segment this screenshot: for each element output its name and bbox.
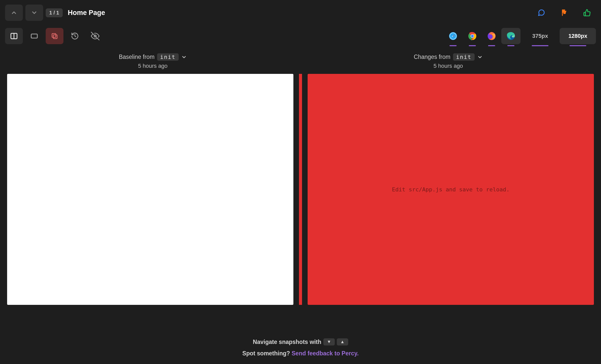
view-single-button[interactable] [25, 28, 43, 44]
single-pane-icon [30, 32, 38, 40]
eye-off-icon [91, 32, 99, 40]
baseline-timestamp: 5 hours ago [138, 63, 168, 69]
changes-timestamp: 5 hours ago [433, 63, 463, 69]
history-button[interactable] [66, 28, 84, 44]
page-title: Home Page [68, 9, 105, 17]
browser-chrome-indicator [469, 45, 476, 46]
changes-pane-text: Edit src/App.js and save to reload. [392, 186, 510, 193]
baseline-ref-chip[interactable]: init [157, 53, 179, 61]
chevron-up-icon [11, 9, 17, 16]
snapshot-counter: 1 / 1 [46, 8, 63, 17]
baseline-pane[interactable] [7, 74, 293, 305]
approve-button[interactable] [583, 9, 591, 16]
nav-hint-row: Navigate snapshots with ▼ ▲ [253, 338, 348, 345]
viewport-1280-indicator [570, 45, 586, 46]
edge-icon [507, 32, 515, 40]
feedback-row: Spot something? Send feedback to Percy. [242, 350, 359, 357]
changes-info: Changes from init 5 hours ago [300, 53, 596, 69]
chevron-down-icon [31, 9, 38, 16]
svg-rect-3 [31, 34, 37, 38]
browser-chrome-button[interactable] [463, 28, 482, 44]
browser-edge-button[interactable] [501, 28, 521, 44]
chevron-down-icon [181, 54, 187, 60]
flag-icon [560, 9, 568, 16]
view-diff-button[interactable] [46, 28, 63, 44]
browser-firefox-indicator [488, 45, 495, 46]
diff-divider [299, 74, 302, 305]
safari-icon [449, 32, 457, 40]
chevron-down-icon [477, 54, 483, 60]
comment-icon [538, 9, 545, 17]
feedback-link[interactable]: Send feedback to Percy. [292, 350, 359, 357]
nav-hint-text: Navigate snapshots with [253, 339, 321, 345]
browser-edge-indicator [507, 45, 514, 46]
viewport-375-label: 375px [532, 33, 548, 39]
viewport-1280-button[interactable]: 1280px [560, 28, 596, 44]
columns-icon [10, 32, 18, 40]
thumbs-up-icon [583, 9, 591, 17]
baseline-info: Baseline from init 5 hours ago [5, 53, 300, 69]
diff-overlay-icon [51, 32, 58, 40]
changes-pane[interactable]: Edit src/App.js and save to reload. [308, 74, 594, 305]
prev-snapshot-button[interactable] [5, 5, 23, 21]
viewport-375-indicator [532, 45, 548, 46]
nav-key-up: ▲ [337, 338, 348, 345]
browser-firefox-button[interactable] [482, 28, 501, 44]
firefox-icon [487, 32, 496, 40]
history-icon [71, 32, 79, 40]
changes-dropdown-button[interactable] [477, 54, 483, 60]
svg-rect-4 [52, 34, 56, 37]
comment-button[interactable] [538, 9, 545, 16]
nav-key-down: ▼ [323, 338, 335, 345]
baseline-dropdown-button[interactable] [181, 54, 187, 60]
changes-ref-chip[interactable]: init [453, 53, 475, 61]
svg-point-14 [471, 35, 474, 37]
changes-text-code: src/App.js [409, 186, 442, 193]
browser-safari-indicator [449, 45, 457, 46]
toggle-overlay-button[interactable] [86, 28, 104, 44]
viewport-1280-label: 1280px [568, 33, 587, 39]
view-side-by-side-button[interactable] [5, 28, 23, 44]
next-snapshot-button[interactable] [25, 5, 43, 21]
viewport-375-button[interactable]: 375px [524, 28, 557, 44]
changes-text-prefix: Edit [392, 186, 409, 193]
baseline-label: Baseline from [119, 54, 155, 60]
browser-safari-button[interactable] [443, 28, 463, 44]
chrome-icon [468, 32, 477, 40]
changes-label: Changes from [414, 54, 450, 60]
request-changes-button[interactable] [560, 9, 568, 16]
svg-rect-0 [562, 10, 563, 16]
svg-rect-5 [53, 35, 57, 39]
feedback-prefix: Spot something? [242, 350, 292, 357]
changes-text-suffix: and save to reload. [442, 186, 510, 193]
